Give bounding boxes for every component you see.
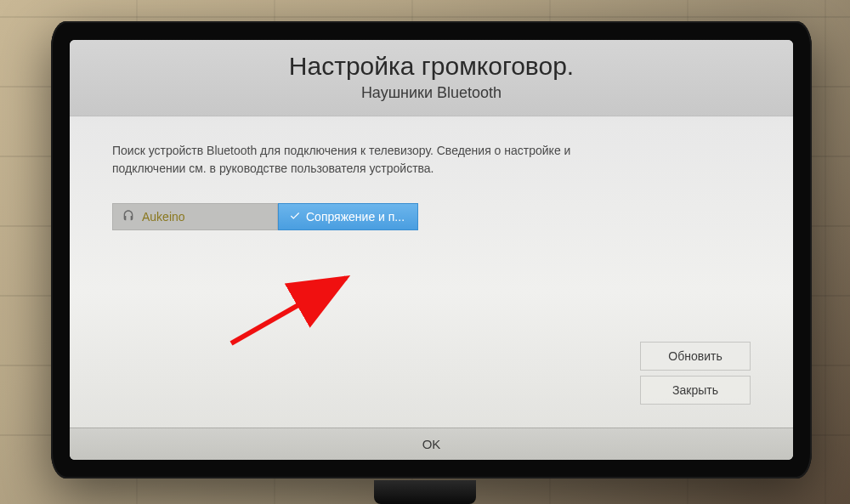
content-area: Поиск устройств Bluetooth для подключени… — [70, 116, 793, 428]
refresh-button[interactable]: Обновить — [640, 342, 751, 371]
title-bar: Настройка громкоговор. Наушники Bluetoot… — [70, 40, 793, 116]
page-title: Настройка громкоговор. — [70, 52, 793, 81]
instruction-text: Поиск устройств Bluetooth для подключени… — [112, 142, 588, 178]
tv-stand — [374, 480, 476, 504]
tv-screen: Настройка громкоговор. Наушники Bluetoot… — [70, 40, 793, 460]
close-button[interactable]: Закрыть — [640, 376, 751, 405]
page-subtitle: Наушники Bluetooth — [70, 84, 793, 102]
device-row: Aukeino Сопряжение и п... — [112, 203, 751, 230]
tv-frame: Настройка громкоговор. Наушники Bluetoot… — [51, 21, 812, 479]
pair-button[interactable]: Сопряжение и п... — [278, 203, 418, 230]
headphone-icon — [122, 209, 135, 225]
device-name-label: Aukeino — [142, 210, 185, 224]
pair-button-label: Сопряжение и п... — [306, 210, 405, 224]
check-icon — [289, 210, 301, 224]
side-buttons: Обновить Закрыть — [640, 342, 751, 405]
ok-button[interactable]: OK — [70, 428, 793, 460]
bluetooth-device-item[interactable]: Aukeino — [112, 203, 278, 230]
